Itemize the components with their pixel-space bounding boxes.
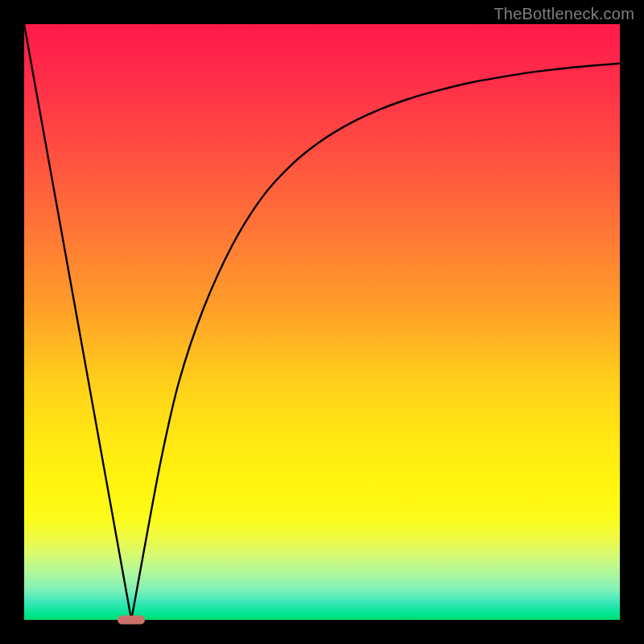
bottleneck-curve <box>24 24 620 620</box>
plot-area <box>24 24 620 620</box>
curve-path <box>24 24 620 620</box>
optimum-marker <box>118 616 145 625</box>
watermark-text: TheBottleneck.com <box>493 5 634 23</box>
chart-frame: TheBottleneck.com <box>0 0 644 644</box>
